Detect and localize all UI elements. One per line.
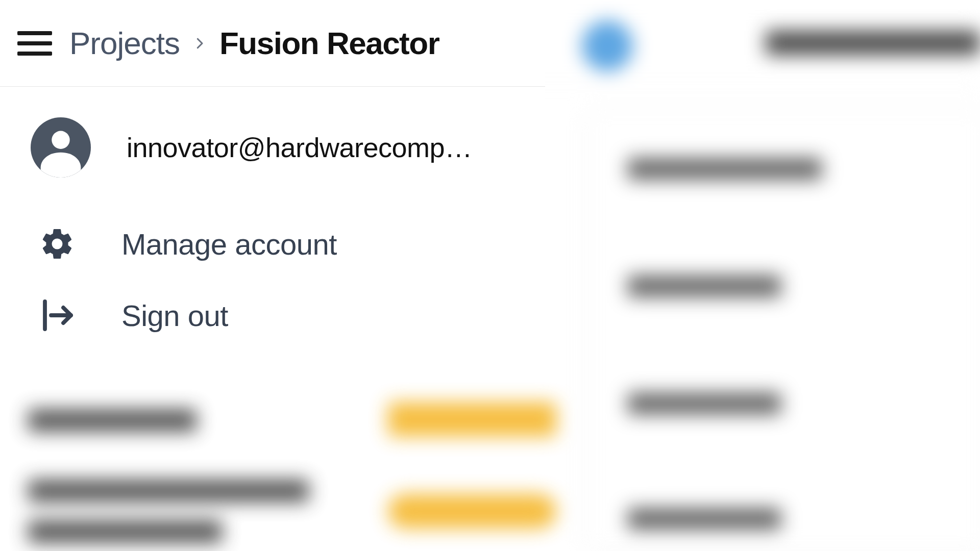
app-header: Projects Fusion Reactor [0,0,545,87]
gear-icon [37,226,78,262]
hamburger-menu-button[interactable] [17,31,52,56]
user-avatar-icon [31,117,91,178]
user-email-text: innovator@hardwarecomp… [127,132,472,163]
sign-out-item[interactable]: Sign out [0,280,545,351]
breadcrumb-current: Fusion Reactor [219,27,439,60]
breadcrumb-parent-link[interactable]: Projects [69,25,180,61]
sign-out-icon [37,297,78,334]
user-info-row: innovator@hardwarecomp… [0,112,545,208]
manage-account-label: Manage account [121,227,337,261]
chevron-right-icon [192,33,207,54]
breadcrumb: Projects Fusion Reactor [69,25,439,61]
sign-out-label: Sign out [121,298,228,333]
svg-point-0 [52,131,69,149]
account-dropdown-panel: innovator@hardwarecomp… Manage account S… [0,87,545,377]
manage-account-item[interactable]: Manage account [0,208,545,280]
